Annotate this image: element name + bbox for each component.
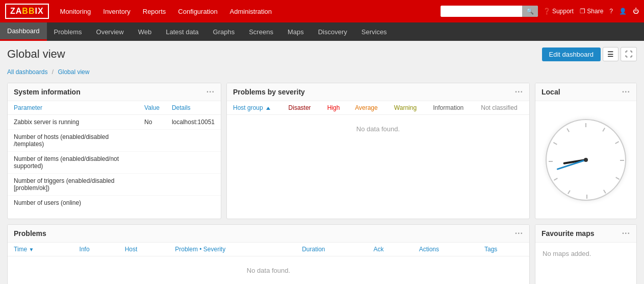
details-cell	[166, 152, 221, 174]
col-ack[interactable]: Ack	[368, 243, 413, 256]
col-info[interactable]: Info	[73, 243, 119, 256]
value-cell	[138, 196, 166, 210]
param-cell: Number of items (enabled/disabled/not su…	[8, 152, 138, 174]
tab-overview[interactable]: Overview	[89, 22, 131, 41]
problems-widget: Problems ··· Time ▼ Info Host Problem • …	[7, 224, 530, 284]
details-cell	[166, 196, 221, 210]
logout-link[interactable]: ⏻	[633, 8, 639, 15]
help-link[interactable]: ?	[609, 8, 613, 15]
param-cell: Zabbix server is running	[8, 115, 138, 130]
nav-monitoring[interactable]: Monitoring	[59, 6, 92, 17]
top-nav-icons: ❓ Support ❐ Share ? 👤 ⏻	[543, 8, 639, 15]
tab-web[interactable]: Web	[131, 22, 159, 41]
search-button[interactable]: 🔍	[522, 6, 538, 17]
nav-inventory[interactable]: Inventory	[102, 6, 131, 17]
col-host[interactable]: Host	[119, 243, 169, 256]
tab-problems[interactable]: Problems	[47, 22, 89, 41]
local-clock-menu[interactable]: ···	[622, 87, 630, 97]
favourite-maps-no-data: No maps added.	[543, 250, 591, 257]
col-problem-severity[interactable]: Problem • Severity	[169, 243, 296, 256]
breadcrumb-current[interactable]: Global view	[58, 68, 89, 76]
col-parameter: Parameter	[8, 101, 138, 115]
col-time[interactable]: Time ▼	[8, 243, 73, 256]
local-clock-header: Local ···	[535, 83, 636, 101]
table-row: Zabbix server is runningNolocalhost:1005…	[8, 115, 221, 130]
problems-by-severity-title: Problems by severity	[233, 88, 305, 96]
favourite-maps-body: No maps added.	[535, 243, 636, 265]
problems-by-severity-widget: Problems by severity ··· Host group Disa…	[226, 83, 530, 219]
param-cell: Number of users (online)	[8, 196, 138, 210]
value-cell	[138, 174, 166, 196]
system-info-scroll[interactable]: Parameter Value Details Zabbix server is…	[8, 101, 221, 210]
page-content: Global view Edit dashboard ☰ ⛶ All dashb…	[0, 41, 644, 284]
tab-maps[interactable]: Maps	[280, 22, 311, 41]
list-view-button[interactable]: ☰	[603, 47, 619, 61]
nav-reports[interactable]: Reports	[142, 6, 167, 17]
tab-latest-data[interactable]: Latest data	[159, 22, 205, 41]
support-link[interactable]: ❓ Support	[543, 8, 574, 15]
col-not-classified[interactable]: Not classified	[475, 101, 529, 115]
value-cell	[138, 130, 166, 152]
system-info-title: System information	[14, 88, 81, 96]
value-cell: No	[138, 115, 166, 130]
col-value: Value	[138, 101, 166, 115]
breadcrumb-separator: /	[52, 68, 54, 76]
tab-screens[interactable]: Screens	[242, 22, 280, 41]
local-clock-body	[535, 101, 636, 219]
col-host-group: Host group	[227, 101, 282, 115]
details-cell	[166, 130, 221, 152]
col-tags[interactable]: Tags	[478, 243, 529, 256]
col-details: Details	[166, 101, 221, 115]
local-clock-widget: Local ···	[535, 83, 637, 219]
tab-discovery[interactable]: Discovery	[311, 22, 354, 41]
col-information[interactable]: Information	[427, 101, 475, 115]
details-cell	[166, 174, 221, 196]
system-info-table: Parameter Value Details Zabbix server is…	[8, 101, 221, 210]
tab-dashboard[interactable]: Dashboard	[0, 22, 47, 41]
table-row: Number of items (enabled/disabled/not su…	[8, 152, 221, 174]
clock-face	[546, 119, 626, 201]
nav-configuration[interactable]: Configuration	[177, 6, 218, 17]
table-row: Number of users (online)	[8, 196, 221, 210]
breadcrumb-all-dashboards[interactable]: All dashboards	[7, 68, 47, 76]
col-average[interactable]: Average	[349, 101, 388, 115]
col-disaster[interactable]: Disaster	[282, 101, 321, 115]
col-high[interactable]: High	[321, 101, 349, 115]
col-warning[interactable]: Warning	[388, 101, 427, 115]
favourite-maps-title: Favourite maps	[542, 229, 594, 238]
share-link[interactable]: ❐ Share	[580, 8, 603, 15]
breadcrumb: All dashboards / Global view	[7, 68, 637, 76]
param-cell: Number of hosts (enabled/disabled /templ…	[8, 130, 138, 152]
fullscreen-button[interactable]: ⛶	[621, 47, 637, 61]
favourite-maps-widget: Favourite maps ··· No maps added.	[535, 224, 637, 284]
top-nav-links: Monitoring Inventory Reports Configurati…	[59, 6, 441, 17]
top-nav-right: 🔍 ❓ Support ❐ Share ? 👤 ⏻	[441, 6, 639, 17]
problems-by-severity-menu[interactable]: ···	[515, 87, 523, 97]
top-navigation: ZABBIX Monitoring Inventory Reports Conf…	[0, 0, 644, 22]
user-link[interactable]: 👤	[619, 8, 627, 15]
page-header: Global view Edit dashboard ☰ ⛶	[7, 47, 637, 61]
favourite-maps-header: Favourite maps ···	[535, 225, 636, 243]
logo[interactable]: ZABBIX	[5, 4, 49, 19]
problems-by-severity-header: Problems by severity ···	[227, 83, 529, 101]
col-actions[interactable]: Actions	[413, 243, 478, 256]
sort-arrow-icon	[266, 107, 270, 110]
problems-table: Time ▼ Info Host Problem • Severity Dura…	[8, 243, 529, 284]
col-duration[interactable]: Duration	[296, 243, 367, 256]
severity-table: Host group Disaster High Average Warning…	[227, 101, 529, 143]
problems-menu[interactable]: ···	[515, 229, 523, 238]
table-row: Number of hosts (enabled/disabled /templ…	[8, 130, 221, 152]
system-info-header: System information ···	[8, 83, 221, 101]
dashboard-bottom-row: Problems ··· Time ▼ Info Host Problem • …	[7, 224, 637, 284]
system-info-widget: System information ··· Parameter Value D…	[7, 83, 221, 219]
nav-administration[interactable]: Administration	[229, 6, 273, 17]
search-input[interactable]	[441, 6, 522, 17]
edit-dashboard-button[interactable]: Edit dashboard	[542, 48, 601, 61]
system-info-menu[interactable]: ···	[207, 87, 215, 97]
tab-graphs[interactable]: Graphs	[206, 22, 242, 41]
problems-title: Problems	[14, 229, 46, 238]
clock-center-dot	[584, 158, 588, 162]
local-clock-title: Local	[542, 88, 560, 96]
favourite-maps-menu[interactable]: ···	[622, 229, 630, 238]
tab-services[interactable]: Services	[354, 22, 394, 41]
